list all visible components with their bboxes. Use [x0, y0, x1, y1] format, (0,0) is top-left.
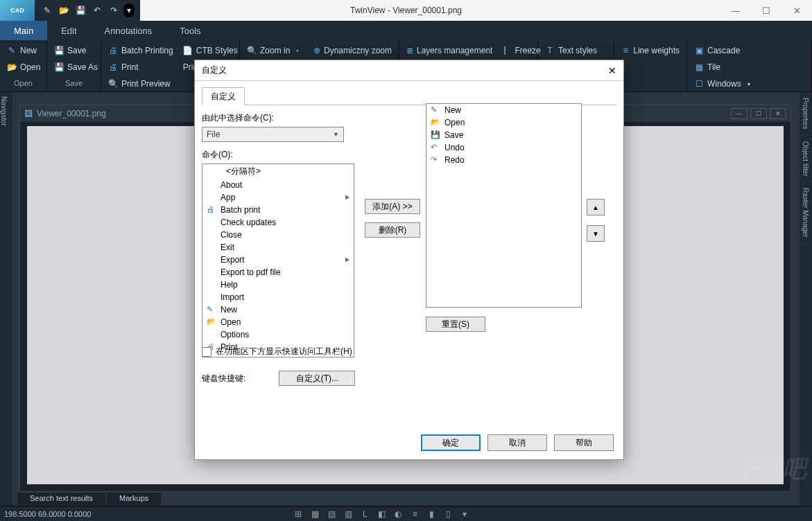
status-icon[interactable]: ◐	[392, 509, 404, 520]
tab-edit[interactable]: Edit	[47, 21, 90, 40]
list-item[interactable]: Close	[202, 229, 354, 241]
doc-maximize-button[interactable]: ☐	[750, 108, 767, 119]
raster-manager-panel[interactable]: Raster Manager	[800, 182, 812, 244]
ctb-styles-button[interactable]: 📄CTB Styles	[183, 43, 238, 58]
windows-button[interactable]: ☐Windows▾	[694, 76, 804, 91]
open-icon[interactable]: 📂	[57, 3, 71, 17]
print-preview-button[interactable]: 🔍Print Preview	[108, 76, 173, 91]
window-title: TwinView - Viewer_00001.png	[350, 6, 462, 15]
list-item[interactable]: <分隔符>	[202, 164, 354, 179]
right-rail: Properties Object filter Raster Manager	[800, 92, 812, 506]
list-item[interactable]: ↶Undo	[426, 141, 581, 154]
tab-main[interactable]: Main	[0, 21, 47, 40]
dyn-zoom-icon: ⊕	[313, 46, 320, 55]
open-button[interactable]: 📂Open	[7, 60, 40, 75]
windows-icon: ☐	[694, 79, 704, 89]
document-name: Viewer_00001.png	[37, 109, 106, 118]
new-icon[interactable]: ✎	[40, 3, 54, 17]
list-item[interactable]: 💾Save	[426, 129, 581, 141]
quick-access-listbox[interactable]: ✎New📂Open💾Save↶Undo↷Redo	[426, 103, 582, 308]
status-icon[interactable]: ▤	[325, 509, 338, 520]
new-button[interactable]: ✎New	[7, 43, 40, 58]
redo-icon[interactable]: ↷	[107, 3, 121, 17]
print-icon: 🖨	[108, 62, 118, 72]
lineweights-icon: ≡	[621, 46, 630, 55]
doc-close-button[interactable]: ✕	[770, 108, 786, 119]
list-item[interactable]: App▶	[202, 191, 354, 204]
list-item[interactable]: 📂Open	[426, 116, 581, 129]
doc-minimize-button[interactable]: —	[731, 108, 748, 119]
cascade-button[interactable]: ▣Cascade	[694, 43, 804, 58]
text-styles-button[interactable]: TText styles	[545, 43, 607, 58]
navigator-panel[interactable]: Navigator	[0, 92, 12, 506]
zoom-in-button[interactable]: 🔍Zoom in▾ ⊕Dynamiczny zoom	[247, 43, 392, 58]
saveas-button[interactable]: 💾Save As	[54, 60, 94, 75]
status-icon[interactable]: ◧	[375, 509, 388, 520]
remove-button[interactable]: 删除(R)	[365, 222, 420, 238]
object-filter-panel[interactable]: Object filter	[800, 136, 812, 183]
save-button[interactable]: 💾Save	[54, 43, 94, 58]
tile-button[interactable]: ▦Tile	[694, 60, 804, 75]
customize-shortcuts-button[interactable]: 自定义(T)...	[279, 371, 355, 386]
list-item[interactable]: ✎New	[426, 104, 581, 116]
image-icon: 🖼	[24, 109, 33, 118]
status-icon[interactable]: ⊞	[292, 509, 304, 520]
status-bar: 198.5000 69.0000 0.0000 ⊞ ▦ ▤ ▥ L ◧ ◐ ≡ …	[0, 506, 812, 521]
layers-button[interactable]: ≣Layers management Freeze	[406, 43, 530, 58]
tab-tools[interactable]: Tools	[166, 21, 214, 40]
move-down-button[interactable]: ▼	[587, 225, 605, 242]
dialog-close-button[interactable]: ✕	[608, 65, 616, 76]
menu-tabs: Main Edit Annotations Tools	[0, 21, 812, 40]
status-icon[interactable]: ▥	[342, 509, 354, 520]
chevron-down-icon: ▼	[333, 131, 339, 138]
dialog-tabs: 自定义	[202, 87, 616, 105]
status-icon[interactable]: ▯	[442, 509, 454, 520]
status-icon[interactable]: L	[359, 509, 371, 520]
add-button[interactable]: 添加(A) >>	[365, 199, 420, 214]
minimize-button[interactable]: —	[720, 0, 751, 21]
ctb-icon: 📄	[183, 46, 193, 55]
save-icon[interactable]: 💾	[74, 3, 87, 17]
preview-icon: 🔍	[108, 79, 118, 89]
list-item[interactable]: Check updates	[202, 216, 354, 229]
print-button[interactable]: 🖨Print	[108, 60, 173, 75]
status-icon[interactable]: ▦	[309, 509, 321, 520]
list-item[interactable]: 🖨Batch print	[202, 204, 354, 216]
list-item[interactable]: Import	[202, 291, 354, 303]
tab-markups[interactable]: Markups	[106, 492, 162, 506]
save-icon: 💾	[54, 46, 64, 55]
reset-button[interactable]: 重置(S)	[426, 317, 485, 332]
list-item[interactable]: About	[202, 179, 354, 191]
tab-search-results[interactable]: Search text results	[17, 492, 106, 506]
titlebar: CAD ✎ 📂 💾 ↶ ↷ ▾ TwinView - Viewer_00001.…	[0, 0, 812, 21]
close-button[interactable]: ✕	[781, 0, 812, 21]
list-item[interactable]: Export to pdf file	[202, 266, 354, 279]
list-item[interactable]: 📂Open	[202, 316, 354, 328]
tab-annotations[interactable]: Annotations	[91, 21, 166, 40]
status-icon[interactable]: ▾	[458, 509, 471, 520]
batch-printing-button[interactable]: 🖨Batch Printing	[108, 43, 173, 58]
show-below-checkbox[interactable]: 在功能区下方显示快速访问工具栏(H)	[202, 346, 352, 357]
qat-dropdown-icon[interactable]: ▾	[123, 3, 135, 17]
list-item[interactable]: ✎New	[202, 303, 354, 316]
undo-icon[interactable]: ↶	[90, 3, 104, 17]
list-item[interactable]: Help	[202, 279, 354, 291]
status-icon[interactable]: ▮	[425, 509, 438, 520]
dialog-tab-customize[interactable]: 自定义	[202, 87, 245, 105]
list-item[interactable]: Export▶	[202, 254, 354, 266]
list-item[interactable]: Options	[202, 328, 354, 341]
cancel-button[interactable]: 取消	[487, 434, 547, 451]
new-icon: ✎	[7, 46, 17, 55]
list-item[interactable]: ↷Redo	[426, 154, 581, 166]
properties-panel[interactable]: Properties	[800, 92, 812, 136]
ok-button[interactable]: 确定	[421, 434, 481, 451]
help-button[interactable]: 帮助	[554, 434, 614, 451]
lineweights-button[interactable]: ≡Line weights	[621, 43, 680, 58]
maximize-button[interactable]: ☐	[751, 0, 781, 21]
status-icon[interactable]: ≡	[408, 509, 421, 520]
quick-access-toolbar: ✎ 📂 💾 ↶ ↷ ▾	[35, 0, 140, 21]
move-up-button[interactable]: ▲	[587, 199, 605, 215]
list-item[interactable]: Exit	[202, 241, 354, 254]
category-combo[interactable]: File ▼	[202, 127, 344, 142]
commands-listbox[interactable]: <分隔符>AboutApp▶🖨Batch printCheck updatesC…	[202, 164, 354, 357]
